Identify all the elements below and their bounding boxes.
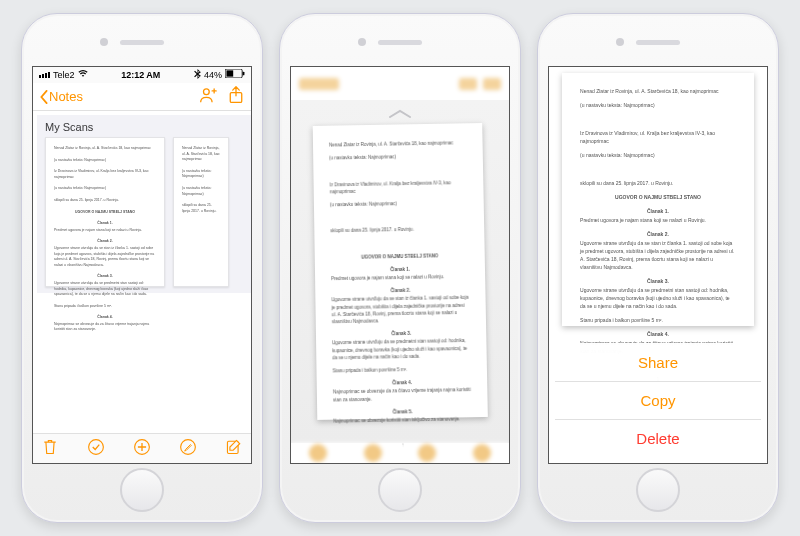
- front-camera: [616, 38, 624, 46]
- clock: 12:12 AM: [121, 70, 160, 80]
- blurred-nav: [291, 67, 509, 100]
- device-notes-list: Tele2 12:12 AM 44% Notes: [21, 13, 263, 523]
- back-label: Notes: [49, 89, 83, 104]
- scan-thumbnail-2[interactable]: Nenad Zlatar iz Rovinja, ul. A. Starčevi…: [173, 137, 229, 287]
- home-button[interactable]: [378, 468, 422, 512]
- check-icon[interactable]: [87, 438, 105, 460]
- sheet-share-button[interactable]: Share: [555, 343, 761, 381]
- screen-sheet: Nenad Zlatar iz Rovinja, ul. A. Starčevi…: [548, 66, 768, 464]
- speaker: [120, 40, 164, 45]
- svg-point-3: [204, 88, 210, 94]
- action-sheet: Share Copy Delete: [555, 343, 761, 457]
- front-camera: [100, 38, 108, 46]
- note-body: My Scans Nenad Zlatar iz Rovinja, ul. A.…: [33, 111, 251, 433]
- blurred-toolbar: [291, 443, 509, 463]
- svg-rect-1: [226, 70, 233, 76]
- status-bar: Tele2 12:12 AM 44%: [33, 67, 251, 83]
- signal-icon: [39, 72, 50, 78]
- document-viewer[interactable]: Nenad Zlatar iz Rovinja, ul. A. Starčevi…: [291, 100, 509, 442]
- bluetooth-icon: [194, 69, 201, 81]
- device-action-sheet: Nenad Zlatar iz Rovinja, ul. A. Starčevi…: [537, 13, 779, 523]
- speaker: [636, 40, 680, 45]
- add-person-icon[interactable]: [199, 86, 217, 108]
- bottom-toolbar: [33, 433, 251, 463]
- nav-bar: Notes: [33, 83, 251, 111]
- trash-icon[interactable]: [41, 438, 59, 460]
- chevron-up-icon[interactable]: [388, 104, 412, 122]
- scan-thumbnail-1[interactable]: Nenad Zlatar iz Rovinja, ul. A. Starčevi…: [45, 137, 165, 287]
- sheet-delete-button[interactable]: Delete: [555, 419, 761, 457]
- back-button[interactable]: Notes: [39, 89, 83, 104]
- sheet-copy-button[interactable]: Copy: [555, 381, 761, 419]
- screen-notes: Tele2 12:12 AM 44% Notes: [32, 66, 252, 464]
- compose-icon[interactable]: [225, 438, 243, 460]
- add-icon[interactable]: [133, 438, 151, 460]
- scanned-document-preview: Nenad Zlatar iz Rovinja, ul. A. Starčevi…: [562, 73, 754, 326]
- scanned-document[interactable]: Nenad Zlatar iz Rovinja, ul. A. Starčevi…: [313, 123, 488, 420]
- carrier-label: Tele2: [53, 70, 75, 80]
- svg-rect-2: [243, 72, 245, 76]
- share-icon[interactable]: [227, 86, 245, 108]
- svg-point-5: [89, 439, 104, 454]
- device-scan-viewer: Nenad Zlatar iz Rovinja, ul. A. Starčevi…: [279, 13, 521, 523]
- home-button[interactable]: [120, 468, 164, 512]
- front-camera: [358, 38, 366, 46]
- battery-label: 44%: [204, 70, 222, 80]
- home-button[interactable]: [636, 468, 680, 512]
- markup-icon[interactable]: [179, 438, 197, 460]
- battery-icon: [225, 69, 245, 80]
- screen-viewer: Nenad Zlatar iz Rovinja, ul. A. Starčevi…: [290, 66, 510, 464]
- speaker: [378, 40, 422, 45]
- wifi-icon: [78, 69, 88, 80]
- note-title: My Scans: [45, 121, 243, 133]
